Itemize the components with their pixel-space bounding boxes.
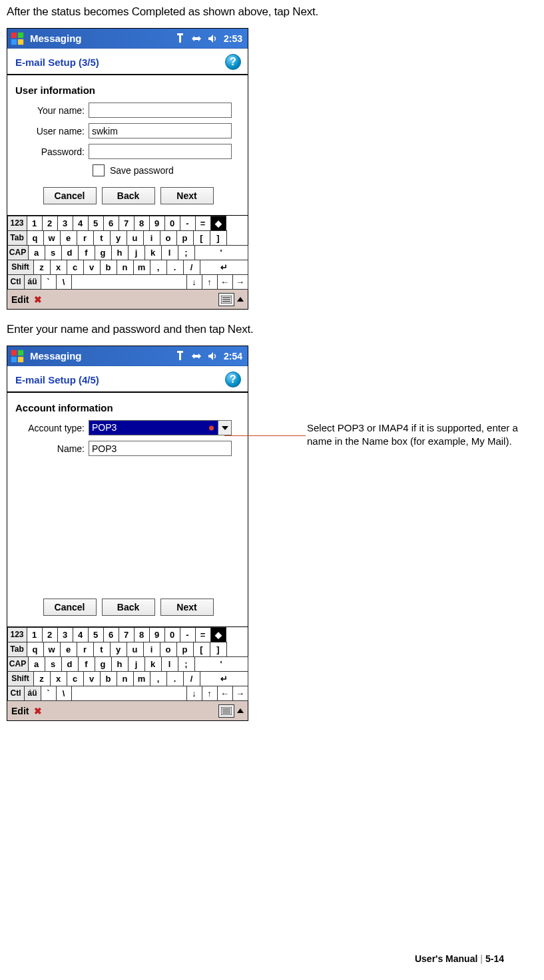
- kb-key[interactable]: 5: [88, 216, 104, 231]
- cancel-button[interactable]: Cancel: [43, 599, 97, 616]
- kb-key[interactable]: c: [67, 671, 84, 686]
- kb-key[interactable]: n: [117, 671, 134, 686]
- kb-key[interactable]: 7: [119, 216, 135, 231]
- kb-key[interactable]: ↑: [202, 274, 218, 290]
- edit-menu[interactable]: Edit: [11, 294, 29, 305]
- kb-key[interactable]: a: [28, 656, 45, 672]
- kb-key[interactable]: 8: [134, 216, 150, 231]
- kb-key[interactable]: →: [232, 274, 248, 290]
- kb-key[interactable]: \: [56, 274, 72, 290]
- kb-key[interactable]: d: [61, 245, 79, 260]
- kb-key[interactable]: 0: [164, 216, 180, 231]
- kb-key[interactable]: =: [195, 216, 211, 231]
- start-icon[interactable]: [7, 29, 27, 49]
- kb-key[interactable]: [: [193, 642, 210, 657]
- kb-key[interactable]: `: [41, 686, 57, 701]
- kb-key[interactable]: 3: [57, 216, 73, 231]
- kb-key[interactable]: b: [100, 671, 117, 686]
- kb-key[interactable]: ↵: [200, 260, 248, 275]
- kb-key[interactable]: u: [127, 230, 144, 246]
- kb-key[interactable]: ↑: [202, 686, 218, 701]
- up-arrow-icon[interactable]: [237, 708, 244, 713]
- kb-key[interactable]: 0: [164, 627, 180, 642]
- kb-key[interactable]: /: [183, 260, 200, 275]
- user-name-input[interactable]: [89, 123, 232, 138]
- help-icon[interactable]: ?: [225, 54, 241, 70]
- kb-key[interactable]: ;: [178, 656, 195, 672]
- kb-key[interactable]: ]: [210, 230, 227, 246]
- kb-key[interactable]: Ctl: [7, 274, 25, 290]
- kb-key[interactable]: v: [83, 260, 101, 275]
- kb-key[interactable]: 5: [88, 627, 104, 642]
- kb-key[interactable]: a: [28, 245, 45, 260]
- kb-key[interactable]: áü: [24, 686, 41, 701]
- kb-key[interactable]: 123: [7, 627, 27, 642]
- kb-key[interactable]: -: [180, 216, 196, 231]
- kb-key[interactable]: q: [27, 642, 44, 657]
- kb-key[interactable]: \: [56, 686, 72, 701]
- kb-key[interactable]: 4: [73, 216, 89, 231]
- kb-key[interactable]: t: [93, 642, 111, 657]
- kb-key[interactable]: z: [33, 260, 51, 275]
- your-name-input[interactable]: [89, 103, 232, 118]
- kb-key[interactable]: 1: [27, 627, 43, 642]
- kb-key[interactable]: ': [194, 656, 248, 672]
- kb-key[interactable]: h: [111, 245, 129, 260]
- kb-key[interactable]: x: [50, 260, 67, 275]
- kb-key[interactable]: j: [128, 245, 145, 260]
- kb-key[interactable]: ,: [150, 260, 167, 275]
- kb-key[interactable]: b: [100, 260, 117, 275]
- chevron-down-icon[interactable]: [218, 421, 231, 435]
- kb-key[interactable]: d: [61, 656, 79, 672]
- account-type-select[interactable]: POP3: [89, 420, 232, 435]
- kb-key[interactable]: Shift: [7, 260, 34, 275]
- close-icon[interactable]: ✖: [34, 706, 42, 716]
- kb-key[interactable]: 9: [149, 216, 165, 231]
- kb-key[interactable]: 7: [119, 627, 135, 642]
- kb-key[interactable]: r: [77, 230, 94, 246]
- kb-key[interactable]: l: [161, 245, 178, 260]
- kb-key[interactable]: u: [127, 642, 144, 657]
- kb-key[interactable]: Tab: [7, 230, 27, 246]
- kb-key[interactable]: 2: [42, 216, 58, 231]
- kb-key[interactable]: `: [41, 274, 57, 290]
- kb-key[interactable]: k: [144, 245, 162, 260]
- kb-key[interactable]: s: [45, 656, 62, 672]
- next-button[interactable]: Next: [160, 599, 214, 616]
- kb-key[interactable]: 4: [73, 627, 89, 642]
- kb-key[interactable]: t: [93, 230, 111, 246]
- kb-key[interactable]: j: [128, 656, 145, 672]
- next-button[interactable]: Next: [160, 187, 214, 204]
- cancel-button[interactable]: Cancel: [43, 187, 97, 204]
- kb-key[interactable]: =: [195, 627, 211, 642]
- account-name-input[interactable]: [89, 441, 232, 456]
- kb-key[interactable]: ↓: [186, 274, 202, 290]
- back-button[interactable]: Back: [102, 599, 155, 616]
- kb-key[interactable]: r: [77, 642, 94, 657]
- kb-key[interactable]: o: [160, 230, 177, 246]
- kb-key[interactable]: 3: [57, 627, 73, 642]
- kb-key[interactable]: 8: [134, 627, 150, 642]
- kb-key[interactable]: 6: [103, 627, 119, 642]
- kb-key[interactable]: w: [43, 230, 61, 246]
- kb-key[interactable]: ◆: [210, 216, 226, 231]
- up-arrow-icon[interactable]: [237, 297, 244, 302]
- kb-key[interactable]: ;: [178, 245, 195, 260]
- kb-key[interactable]: o: [160, 642, 177, 657]
- kb-key[interactable]: Tab: [7, 642, 27, 657]
- kb-key[interactable]: f: [78, 656, 95, 672]
- kb-key[interactable]: ◆: [210, 627, 226, 642]
- save-password-checkbox[interactable]: [93, 164, 105, 176]
- kb-key[interactable]: [71, 686, 187, 701]
- kb-key[interactable]: w: [43, 642, 61, 657]
- kb-key[interactable]: ,: [150, 671, 167, 686]
- kb-key[interactable]: 2: [42, 627, 58, 642]
- kb-key[interactable]: ←: [217, 274, 233, 290]
- kb-key[interactable]: s: [45, 245, 62, 260]
- keyboard-toggle-icon[interactable]: [218, 704, 234, 718]
- help-icon[interactable]: ?: [225, 371, 241, 387]
- kb-key[interactable]: y: [110, 230, 127, 246]
- kb-key[interactable]: q: [27, 230, 44, 246]
- kb-key[interactable]: ↵: [200, 671, 248, 686]
- onscreen-keyboard[interactable]: 1231234567890-=◆Tabqwertyuiop[]CAPasdfgh…: [7, 626, 248, 700]
